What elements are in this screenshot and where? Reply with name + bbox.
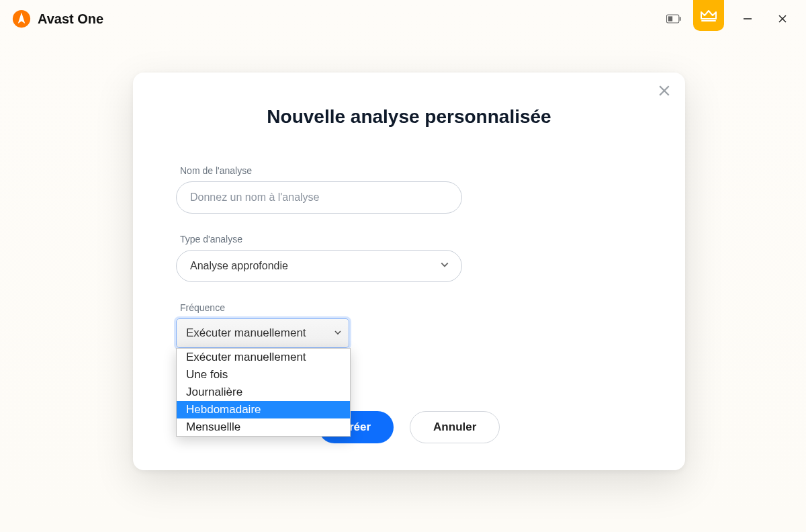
cancel-button[interactable]: Annuler <box>410 411 500 443</box>
frequency-field: Exécuter manuellement Exécuter manuellem… <box>176 318 351 348</box>
scan-type-value: Analyse approfondie <box>190 260 288 272</box>
battery-icon <box>666 14 681 24</box>
crown-icon <box>700 8 717 23</box>
titlebar: Avast One <box>0 0 806 38</box>
new-custom-scan-modal: Nouvelle analyse personnalisée Nom de l'… <box>133 73 685 470</box>
frequency-dropdown: Exécuter manuellementUne foisJournalière… <box>176 348 351 437</box>
minimize-button[interactable] <box>736 7 759 30</box>
avast-logo-icon <box>12 9 31 28</box>
frequency-option[interactable]: Exécuter manuellement <box>177 349 350 366</box>
scan-type-select[interactable]: Analyse approfondie <box>176 250 462 282</box>
frequency-option[interactable]: Mensuellle <box>177 418 350 436</box>
close-window-button[interactable] <box>771 7 794 30</box>
frequency-option[interactable]: Journalière <box>177 384 350 401</box>
app-title: Avast One <box>38 11 103 27</box>
chevron-down-icon <box>440 260 449 272</box>
svg-rect-2 <box>680 17 681 21</box>
frequency-label: Fréquence <box>180 302 642 313</box>
scan-type-label: Type d'analyse <box>180 234 642 245</box>
close-icon <box>658 85 670 97</box>
frequency-select[interactable]: Exécuter manuellement <box>176 318 349 348</box>
chevron-down-icon <box>334 326 342 340</box>
frequency-option[interactable]: Une fois <box>177 366 350 384</box>
scan-name-label: Nom de l'analyse <box>180 165 642 176</box>
svg-rect-3 <box>668 16 672 21</box>
scan-name-input[interactable] <box>176 181 462 214</box>
titlebar-controls <box>666 7 794 31</box>
premium-badge[interactable] <box>693 0 724 31</box>
brand: Avast One <box>12 9 103 28</box>
scan-form: Nom de l'analyse Type d'analyse Analyse … <box>173 165 645 348</box>
modal-close-button[interactable] <box>658 85 670 99</box>
modal-title: Nouvelle analyse personnalisée <box>173 106 645 128</box>
frequency-option[interactable]: Hebdomadaire <box>177 401 350 418</box>
frequency-value: Exécuter manuellement <box>186 326 306 340</box>
